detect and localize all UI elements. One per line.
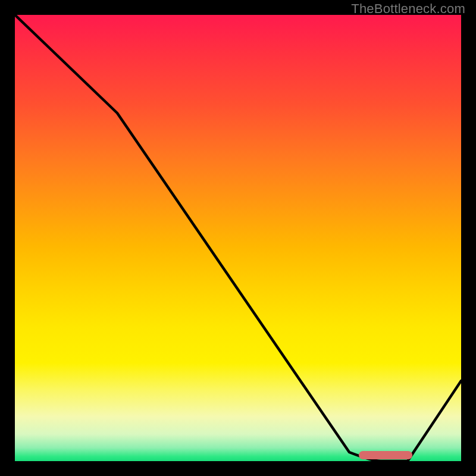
bottleneck-curve bbox=[15, 15, 461, 461]
curve-path bbox=[15, 15, 461, 461]
chart-plot-area bbox=[15, 15, 461, 461]
optimal-range-marker bbox=[359, 451, 412, 459]
